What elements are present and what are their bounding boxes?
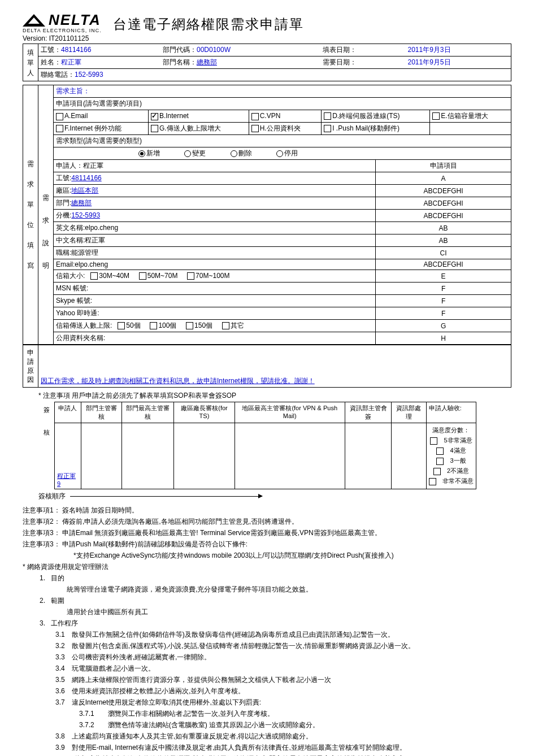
msn-label: MSN 帳號:	[54, 283, 376, 295]
header: NELTA DELTA ELECTRONICS, INC. 台達電子網絡權限需求…	[23, 11, 511, 33]
applicant-name: 程正軍	[61, 58, 81, 66]
items-label: 申請項目(請勾選需要的項目)	[54, 98, 511, 110]
name-label: 姓名：	[41, 58, 61, 66]
row-dept[interactable]: 總務部	[71, 199, 92, 207]
send-opt-0[interactable]: 50個	[118, 321, 140, 329]
p3-9: 3.9 對使用E-mail, Internet有違反中國法律及規定者,由其人負責…	[55, 742, 511, 753]
opt-i[interactable]: I .Push Mail(移動郵件)	[322, 123, 430, 135]
sig-h-3: 廠區廠長審核(for TS)	[174, 402, 235, 423]
row-empno[interactable]: 48114166	[71, 174, 101, 182]
policy-2-body: 適用於台達中國區所有員工	[67, 606, 511, 618]
fill-date-label: 填表日期：	[323, 46, 357, 54]
p3-7-1: 3.7.1 瀏覽與工作非相關網站者,記警告一次,並列入年度考核。	[79, 708, 511, 719]
row-cnname: 程正軍	[85, 236, 105, 244]
sop-note: * 注意事項 用戶申請之前必須先了解表單填寫SOP和表單會簽SOP	[38, 391, 511, 401]
row-email: elpo.cheng	[75, 260, 108, 268]
sig-h-7: 申請人驗收:	[426, 402, 476, 423]
applicant-header: 申請人：程正軍	[54, 160, 376, 172]
apply-item-header: 申請項目	[376, 160, 511, 172]
opt-h[interactable]: H.公用資料夾	[249, 123, 322, 135]
folder-label: 公用資料夾名稱:	[54, 332, 376, 345]
opt-f[interactable]: F.Internet 例外功能	[54, 123, 149, 135]
p3-7: 3.7 違反Internet使用規定者除立即取消其使用權外,並處以下列罰責:	[55, 697, 511, 708]
opt-g[interactable]: G.傳送人數上限增大	[148, 123, 249, 135]
p3-1: 3.1 散發與工作無關之信件(如傳銷信件等)及散發病毒信件(經確認為病毒所造成且…	[55, 629, 511, 640]
emp-no: 48114166	[61, 46, 91, 54]
company-logo: NELTA DELTA ELECTRONICS, INC.	[23, 11, 102, 33]
row-enname: elpo.cheng	[85, 224, 118, 232]
emp-no-label: 工號：	[41, 46, 61, 54]
sig-h-6: 資訊部處理	[392, 402, 427, 423]
send-limit-label: 信箱傳送人數上限:	[56, 321, 112, 329]
fill-date: 2011年9月3日	[408, 46, 451, 54]
sig-applicant[interactable]: 程正軍9	[57, 472, 76, 487]
reason-text: 因工作需求，能及時上網查詢相關工作資料和訊息，故申請Internet權限，望請批…	[41, 377, 315, 385]
notes: 注意事項1： 簽名時請 加簽日期時間。 注意事項2： 傳簽前,申請人必須先徵詢各…	[23, 505, 511, 756]
request-table: 需求單位填寫 需求說明 需求主旨： 申請項目(請勾選需要的項目) A.Email…	[23, 85, 511, 345]
p3-5: 3.5 網路上未做權限控管而進行資源分享，並提供與公務無關之文檔供人下載者,記小…	[55, 674, 511, 685]
send-opt-2[interactable]: 150個	[186, 321, 212, 329]
sig-h-2: 部門最高主管審核	[121, 402, 174, 423]
policy-1-body: 統籌管理台達電子網路資源，避免資源浪費,充分發揮電子郵件等項目功能之效益。	[67, 584, 511, 595]
reason-table: 申請原因 因工作需求，能及時上網查詢相關工作資料和訊息，故申請Internet權…	[23, 345, 511, 388]
p3-3: 3.3 公司機密資料外洩者,經確認屬實者,一律開除。	[55, 651, 511, 663]
phone-label: 聯絡電話：	[41, 71, 75, 79]
mailbox-opt-0[interactable]: 30M~40M	[90, 272, 129, 280]
form-title: 台達電子網絡權限需求申請單	[113, 15, 304, 33]
req-desc-label: 需求說明	[38, 85, 54, 345]
note-3: 注意事項3： 申請Email 無須簽到廠區廠長和地區最高主管! Terminal…	[23, 527, 511, 538]
signature-table: 簽核 申請人 部門主管審核 部門最高主管審核 廠區廠長審核(for TS) 地區…	[38, 402, 476, 489]
sig-h-0: 申請人	[55, 402, 81, 423]
version: Version: IT201101125	[23, 34, 511, 42]
sat-4[interactable]: 非常不滿意	[429, 476, 474, 486]
policy-1-title: 目的	[51, 574, 64, 582]
send-opt-1[interactable]: 100個	[150, 321, 176, 329]
sig-h-5: 資訊部主管會簽	[345, 402, 391, 423]
p3-10: 3.10 資訊定期抽查包括個人信箱信件及硬碟,被查獲濫用網絡資源者,部門主管需向…	[55, 753, 511, 756]
mailbox-opt-2[interactable]: 70M~100M	[187, 272, 229, 280]
sat-0[interactable]: 5非常滿意	[429, 435, 474, 445]
policy-2-title: 範圍	[51, 597, 64, 605]
opt-c[interactable]: C.VPN	[249, 110, 322, 123]
row-title: 能源管理	[71, 249, 98, 257]
p3-6: 3.6 使用未經資訊部授權之軟體,記小過兩次,並列入年度考核。	[55, 685, 511, 697]
type-change[interactable]: 變更	[184, 149, 206, 157]
mailbox-opt-1[interactable]: 50M~70M	[139, 272, 178, 280]
need-date: 2011年9月5日	[408, 58, 451, 66]
type-delete[interactable]: 刪除	[231, 149, 252, 157]
phone: 152-5993	[75, 71, 103, 79]
row-site[interactable]: 地區本部	[71, 186, 98, 194]
policy-title: * 網絡資源使用規定管理辦法	[23, 561, 511, 572]
opt-d[interactable]: D.終端伺服器連線(TS)	[322, 110, 430, 123]
satisfaction-title: 滿意度分數：	[429, 425, 474, 435]
sign-label: 簽核	[38, 402, 55, 489]
type-add[interactable]: 新增	[138, 149, 160, 157]
row-ext[interactable]: 152-5993	[71, 211, 100, 219]
opt-a[interactable]: A.Email	[54, 110, 149, 123]
p3-8: 3.8 上述處罰均直接通知本人及其主管,如有重覆違反規定者,得以記大過或開除處分…	[55, 731, 511, 742]
filler-label: 填單人	[23, 44, 38, 81]
sat-1[interactable]: 4滿意	[429, 445, 474, 455]
subject-label: 需求主旨：	[54, 85, 511, 98]
company-name: NELTA	[49, 11, 101, 29]
reason-label: 申請原因	[23, 345, 38, 388]
opt-b[interactable]: B.Internet	[148, 110, 249, 123]
yahoo-label: Yahoo 即時通:	[54, 307, 376, 320]
p3-4: 3.4 玩電腦遊戲者,記小過一次。	[55, 663, 511, 674]
p3-2: 3.2 散發圖片(包含桌面,保護程式等),小說,笑話,發信或轉寄者,情節輕微記警…	[55, 640, 511, 651]
policy-3-title: 工作程序	[51, 619, 78, 627]
skype-label: Skype 帳號:	[54, 295, 376, 307]
logo-triangle-icon	[23, 14, 45, 27]
sig-h-1: 部門主管審核	[81, 402, 121, 423]
dept-name[interactable]: 總務部	[197, 58, 217, 66]
type-label: 需求類型(請勾選需要的類型)	[54, 135, 511, 147]
unit-fill-label: 需求單位填寫	[23, 85, 38, 345]
need-date-label: 需要日期：	[323, 58, 357, 66]
opt-e[interactable]: E.信箱容量增大	[430, 110, 511, 123]
sat-2[interactable]: 3一般	[429, 455, 474, 466]
sig-h-4: 地區最高主管審核(for VPN & Push Mail)	[235, 402, 345, 423]
sat-3[interactable]: 2不滿意	[429, 466, 474, 476]
type-stop[interactable]: 停用	[276, 149, 298, 157]
arrow-icon	[70, 496, 262, 497]
send-opt-3[interactable]: 其它	[222, 321, 244, 329]
